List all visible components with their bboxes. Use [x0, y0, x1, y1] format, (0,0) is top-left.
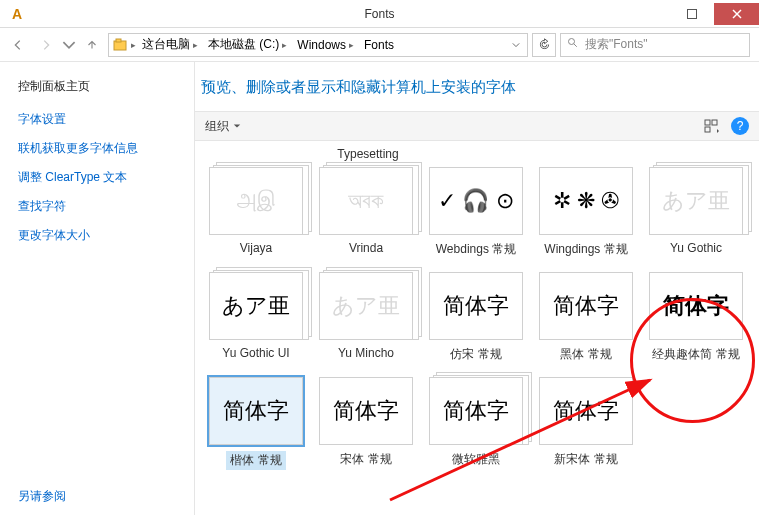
font-item[interactable]: ✲ ❋ ✇Wingdings 常规 [533, 167, 639, 258]
chevron-down-icon[interactable] [507, 41, 525, 49]
chevron-right-icon: ▸ [131, 40, 136, 50]
font-preview: অবক [319, 167, 413, 235]
font-item[interactable]: ✓ 🎧 ⊙Webdings 常规 [423, 167, 529, 258]
font-item[interactable]: 简体字新宋体 常规 [533, 377, 639, 470]
font-preview: あア亜 [319, 272, 413, 340]
font-label: Yu Gothic UI [222, 346, 289, 360]
forward-button[interactable] [34, 33, 58, 57]
title-bar: A Fonts [0, 0, 759, 28]
toolbar: 组织 ? [195, 111, 759, 141]
font-item[interactable]: 简体字黑体 常规 [533, 272, 639, 363]
font-item[interactable]: 简体字仿宋 常规 [423, 272, 529, 363]
font-preview: あア亜 [209, 272, 303, 340]
location-icon [111, 36, 129, 54]
back-button[interactable] [6, 33, 30, 57]
breadcrumb-item[interactable]: Windows▸ [293, 38, 358, 52]
font-label: 新宋体 常规 [554, 451, 617, 468]
font-item[interactable]: 简体字经典趣体简 常规 [643, 272, 749, 363]
font-preview: 简体字 [539, 272, 633, 340]
font-item[interactable]: 简体字宋体 常规 [313, 377, 419, 470]
maximize-button[interactable] [669, 3, 714, 25]
font-label: 仿宋 常规 [450, 346, 501, 363]
font-label: 黑体 常规 [560, 346, 611, 363]
font-label: Yu Mincho [338, 346, 394, 360]
chevron-down-icon [233, 122, 241, 130]
search-placeholder: 搜索"Fonts" [585, 36, 648, 53]
sidebar: 控制面板主页 字体设置 联机获取更多字体信息 调整 ClearType 文本 查… [0, 62, 195, 515]
svg-rect-0 [687, 9, 696, 18]
app-icon: A [8, 5, 26, 23]
font-preview: 简体字 [429, 377, 523, 445]
font-preview: 简体字 [209, 377, 303, 445]
font-preview: 简体字 [429, 272, 523, 340]
svg-rect-8 [712, 120, 717, 125]
font-preview: 简体字 [649, 272, 743, 340]
font-label: Yu Gothic [670, 241, 722, 255]
font-item[interactable]: அஇVijaya [203, 167, 309, 258]
breadcrumb-item[interactable]: 本地磁盘 (C:)▸ [204, 36, 291, 53]
font-label: Wingdings 常规 [544, 241, 627, 258]
sidebar-footer[interactable]: 另请参阅 [18, 488, 184, 505]
svg-rect-4 [116, 39, 121, 42]
breadcrumb[interactable]: ▸ 这台电脑▸ 本地磁盘 (C:)▸ Windows▸ Fonts [108, 33, 528, 57]
font-label: 楷体 常规 [226, 451, 285, 470]
help-button[interactable]: ? [731, 117, 749, 135]
font-label: 经典趣体简 常规 [652, 346, 739, 363]
page-title: 预览、删除或者显示和隐藏计算机上安装的字体 [195, 62, 759, 111]
nav-bar: ▸ 这台电脑▸ 本地磁盘 (C:)▸ Windows▸ Fonts 搜索"Fon… [0, 28, 759, 62]
font-preview: 简体字 [539, 377, 633, 445]
font-item[interactable]: 简体字微软雅黑 [423, 377, 529, 470]
font-item[interactable]: あア亜Yu Gothic UI [203, 272, 309, 363]
svg-line-6 [574, 44, 577, 47]
font-grid: Typesetting அஇVijayaঅবকVrinda✓ 🎧 ⊙Webdin… [195, 141, 759, 515]
view-options-button[interactable] [703, 117, 721, 135]
content-pane: 预览、删除或者显示和隐藏计算机上安装的字体 组织 ? Typesetting அ… [195, 62, 759, 515]
search-icon [567, 37, 579, 52]
history-dropdown[interactable] [62, 33, 76, 57]
font-label: 宋体 常规 [340, 451, 391, 468]
svg-rect-7 [705, 120, 710, 125]
font-preview: அஇ [209, 167, 303, 235]
font-label: Vrinda [349, 241, 383, 255]
refresh-button[interactable] [532, 33, 556, 57]
font-item[interactable]: অবকVrinda [313, 167, 419, 258]
close-button[interactable] [714, 3, 759, 25]
svg-rect-9 [705, 127, 710, 132]
sidebar-title[interactable]: 控制面板主页 [18, 78, 184, 95]
font-item[interactable]: あア亜Yu Mincho [313, 272, 419, 363]
search-input[interactable]: 搜索"Fonts" [560, 33, 750, 57]
sidebar-link-font-settings[interactable]: 字体设置 [18, 111, 184, 128]
sidebar-link-find-char[interactable]: 查找字符 [18, 198, 184, 215]
sidebar-link-online-fonts[interactable]: 联机获取更多字体信息 [18, 140, 184, 157]
font-preview: あア亜 [649, 167, 743, 235]
font-item[interactable]: 简体字楷体 常规 [203, 377, 309, 470]
svg-point-5 [569, 39, 575, 45]
font-label: Vijaya [240, 241, 272, 255]
sidebar-link-font-size[interactable]: 更改字体大小 [18, 227, 184, 244]
organize-button[interactable]: 组织 [205, 118, 241, 135]
font-label: 微软雅黑 [452, 451, 500, 468]
font-preview: 简体字 [319, 377, 413, 445]
font-preview: ✲ ❋ ✇ [539, 167, 633, 235]
font-preview: ✓ 🎧 ⊙ [429, 167, 523, 235]
up-button[interactable] [80, 33, 104, 57]
breadcrumb-item[interactable]: Fonts [360, 38, 398, 52]
breadcrumb-item[interactable]: 这台电脑▸ [138, 36, 202, 53]
window-title: Fonts [364, 7, 394, 21]
sidebar-link-cleartype[interactable]: 调整 ClearType 文本 [18, 169, 184, 186]
font-item[interactable]: あア亜Yu Gothic [643, 167, 749, 258]
font-label: Webdings 常规 [436, 241, 516, 258]
group-label: Typesetting [313, 147, 423, 161]
